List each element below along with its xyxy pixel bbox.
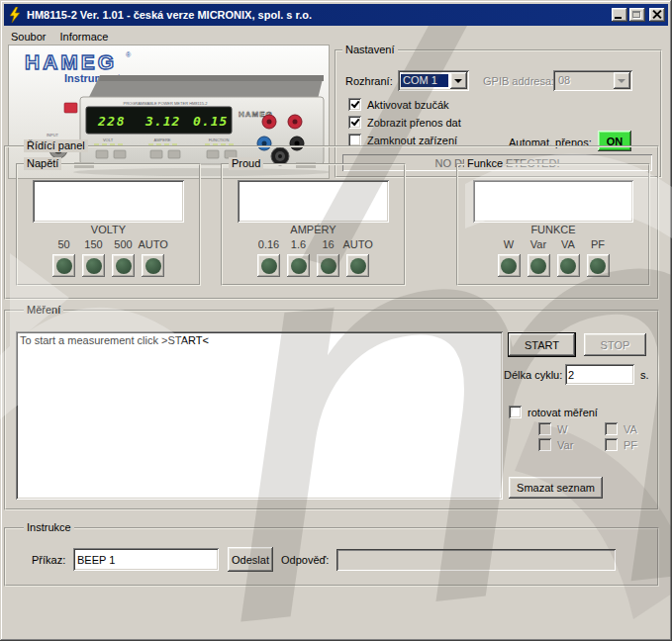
led-icon [530, 258, 546, 274]
control-panel-title: Řídící panel [24, 139, 88, 152]
display-current-value: 3.12 [144, 114, 180, 129]
interface-select[interactable]: COM 1 [398, 70, 469, 91]
panel-group-volt: VOLT [103, 137, 114, 142]
current-range-160-label: 16 [314, 237, 343, 252]
rotate-va-label: VA [624, 423, 637, 435]
buzzer-checkbox[interactable] [348, 98, 361, 111]
cycle-unit-label: s. [640, 369, 649, 381]
voltage-range-auto-label: AUTO [139, 237, 168, 252]
title-bar[interactable]: HM8115-2 Ver. 1.01 - česká verze MICRONI… [4, 4, 668, 26]
current-range-auto-button[interactable] [346, 254, 369, 277]
current-range-auto-label: AUTO [343, 237, 373, 252]
close-button[interactable] [649, 8, 665, 22]
buzzer-checkbox-label: Aktivovat bzučák [367, 99, 449, 111]
panel-group-ampere: AMPERE [154, 137, 171, 142]
response-field [336, 549, 616, 571]
led-icon [560, 258, 576, 274]
interface-dropdown-arrow-icon[interactable] [450, 72, 467, 89]
current-range-row: 0.16 1.6 16 AUTO [223, 237, 404, 277]
command-input[interactable] [73, 548, 219, 571]
cycle-length-label: Délka cyklu: [504, 369, 562, 381]
measurement-list[interactable]: To start a measurement click >START< [16, 331, 503, 500]
stop-button[interactable]: STOP [584, 333, 646, 356]
gpib-value: 08 [556, 74, 612, 87]
led-icon [261, 258, 277, 274]
led-icon [145, 258, 161, 274]
instructions-group-title: Instrukce [24, 521, 74, 534]
svg-text:INPUT: INPUT [47, 133, 59, 137]
hameg-logo-reg: ® [126, 51, 132, 58]
voltage-range-auto-button[interactable] [142, 254, 164, 277]
current-range-160-button[interactable] [317, 254, 339, 277]
voltage-group-title: Napětí [24, 157, 61, 170]
current-range-16-button[interactable] [287, 254, 310, 277]
response-label: Odpověď: [281, 554, 329, 566]
display-voltage-value: 228 [97, 114, 126, 129]
function-group: Funkce FUNKCE W Var VA PF [456, 163, 650, 286]
menu-informace[interactable]: Informace [52, 29, 115, 45]
voltage-range-50-button[interactable] [52, 254, 75, 277]
led-icon [590, 258, 606, 274]
show-transfer-checkbox[interactable] [348, 116, 361, 129]
current-meter-label: AMPÉRY [223, 224, 404, 235]
function-meter-label: FUNKCE [458, 224, 648, 235]
rotate-va-row: VA [605, 422, 637, 435]
window-title: HM8115-2 Ver. 1.01 - česká verze MICRONI… [27, 9, 610, 21]
send-button[interactable]: Odeslat [228, 547, 273, 572]
rotate-pf-checkbox [605, 438, 618, 451]
function-va-button[interactable] [557, 254, 580, 277]
rotate-va-checkbox [605, 422, 618, 435]
measurement-list-item: To start a measurement click >START< [20, 334, 209, 346]
command-field[interactable] [73, 548, 219, 571]
gpib-dropdown-arrow-icon [614, 72, 630, 89]
measurement-group: Měření To start a measurement click >STA… [4, 310, 659, 510]
instructions-group: Instrukce Příkaz: Odeslat Odpověď: [4, 527, 659, 587]
show-transfer-checkbox-label: Zobrazit přenos dat [367, 117, 461, 129]
voltage-range-row: 50 150 500 AUTO [18, 237, 199, 277]
buzzer-checkbox-row: Aktivovat bzučák [348, 98, 449, 111]
clear-list-button[interactable]: Smazat seznam [509, 477, 603, 499]
function-w-button[interactable] [498, 254, 521, 277]
function-pf-button[interactable] [587, 254, 610, 277]
current-range-016-button[interactable] [257, 254, 280, 277]
cycle-length-field[interactable] [565, 364, 634, 385]
interface-label: Rozhraní: [345, 75, 393, 87]
settings-group-title: Nastavení [342, 44, 398, 56]
menu-bar: Soubor Informace [4, 27, 668, 46]
panel-title-text: PROGRAMMABLE POWER METER HM8115-2 [123, 101, 208, 106]
start-button[interactable]: START [509, 333, 575, 356]
lightning-icon [7, 7, 23, 23]
cycle-length-input[interactable] [565, 364, 634, 385]
hameg-logo-text: HAMEG [25, 50, 117, 73]
app-window: HM8115-2 Ver. 1.01 - česká verze MICRONI… [0, 0, 672, 641]
maximize-icon [632, 11, 640, 18]
function-var-button[interactable] [528, 254, 550, 277]
led-icon [501, 258, 517, 274]
function-group-title: Funkce [464, 157, 506, 170]
voltage-range-500-button[interactable] [112, 254, 135, 277]
rotate-var-row: Var [538, 438, 573, 451]
display-function-value: 0.15 [193, 114, 228, 129]
function-display [473, 180, 633, 223]
control-panel-group: Řídící panel Napětí VOLTY 50 150 500 AUT… [4, 145, 659, 300]
voltage-range-150-button[interactable] [82, 254, 105, 277]
current-display [238, 180, 389, 223]
menu-soubor[interactable]: Soubor [4, 29, 52, 45]
rotate-w-row: W [538, 422, 567, 435]
led-icon [291, 258, 307, 274]
rotate-var-label: Var [557, 439, 573, 451]
voltage-range-150-label: 150 [79, 237, 109, 252]
function-select-row: W Var VA PF [458, 237, 648, 277]
maximize-button[interactable] [629, 8, 645, 22]
rotate-measurement-checkbox[interactable] [509, 406, 522, 418]
close-icon [652, 10, 661, 19]
rotate-checkbox-row: rotovat měření [509, 406, 598, 418]
current-range-016-label: 0.16 [254, 237, 284, 252]
minimize-button[interactable] [612, 8, 627, 22]
voltage-range-500-label: 500 [109, 237, 139, 252]
rotate-measurement-label: rotovat měření [528, 407, 598, 418]
function-va-label: VA [553, 237, 583, 252]
minimize-icon [615, 17, 622, 19]
show-transfer-checkbox-row: Zobrazit přenos dat [348, 116, 461, 129]
voltage-meter-label: VOLTY [18, 224, 199, 235]
